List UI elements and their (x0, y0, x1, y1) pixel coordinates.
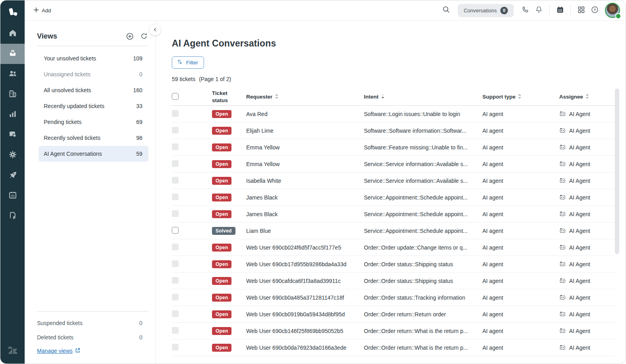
assignee-name: AI Agent (569, 228, 590, 234)
support-type-cell: AI agent (482, 311, 559, 318)
row-checkbox[interactable] (172, 227, 179, 234)
collapse-views-button[interactable] (150, 24, 161, 35)
robot-icon (559, 210, 566, 218)
zendesk-logo (0, 4, 25, 21)
refresh-views-button[interactable] (140, 32, 148, 41)
view-item-count: 69 (136, 119, 142, 125)
support-type-cell: AI agent (482, 128, 559, 134)
sidebar-item-quality-assurance[interactable] (0, 206, 25, 226)
column-header-intent[interactable]: Intent (364, 93, 482, 101)
views-footer-item[interactable]: Deleted tickets 0 (31, 330, 148, 345)
column-header-requester[interactable]: Requester (246, 93, 364, 101)
sidebar-item-guide[interactable] (0, 125, 25, 145)
select-all-checkbox[interactable] (172, 93, 179, 100)
ticket-status-badge: Open (212, 277, 231, 285)
sidebar-item-explore[interactable] (0, 165, 25, 186)
apps-grid-button[interactable] (574, 4, 588, 17)
intent-cell: Software::Feature missing::Unable to fin… (364, 144, 482, 151)
sidebar-item-settings[interactable] (0, 145, 25, 165)
phone-button[interactable] (519, 4, 532, 17)
add-button[interactable]: Add (30, 5, 54, 16)
table-row[interactable]: Open Ava Red Software::Login issues::Una… (172, 106, 615, 122)
assignee-cell: AI Agent (559, 310, 615, 318)
robot-icon (559, 143, 566, 151)
table-row[interactable]: Open Elijah Lime Software::Software info… (172, 122, 615, 139)
ticket-status-badge: Open (212, 210, 231, 218)
sort-icon (585, 93, 589, 101)
sidebar-item-home[interactable] (0, 23, 25, 44)
sidebar-item-reporting[interactable] (0, 105, 25, 125)
table-row[interactable]: Open Web User 690cb146f25f869bb95052b5 O… (172, 323, 615, 339)
views-list-item[interactable]: Your unsolved tickets 109 (39, 50, 148, 66)
views-footer-item[interactable]: Suspended tickets 0 (31, 316, 148, 330)
add-view-button[interactable] (125, 32, 134, 41)
requester-cell: Web User 690cb146f25f869bb95052b5 (246, 328, 364, 334)
ticket-status-badge: Open (212, 110, 231, 118)
support-type-cell: AI agent (482, 211, 559, 217)
table-row[interactable]: Open Web User 690cb17d955b9286bda4a33d O… (172, 256, 615, 273)
table-row[interactable]: Open Web User 690cb024f6d5f7acc5f177e5 O… (172, 239, 615, 256)
user-avatar[interactable] (605, 3, 620, 18)
views-footer-divider (37, 311, 148, 312)
page-title: AI Agent Conversations (172, 38, 626, 49)
column-header-assignee[interactable]: Assignee (559, 93, 615, 101)
table-row[interactable]: Open Emma Yellow Software::Feature missi… (172, 139, 615, 156)
robot-icon (559, 177, 566, 185)
ticket-count-summary: 59 tickets(Page 1 of 2) (172, 76, 626, 82)
view-item-count: 98 (136, 135, 142, 141)
intent-cell: Service::Appointment::Schedule appoint..… (364, 194, 482, 201)
table-row[interactable]: Solved Liam Blue Service::Appointment::S… (172, 223, 615, 239)
table-row[interactable]: Open Web User 690cb0a485a371281147c18f O… (172, 289, 615, 306)
sort-desc-icon (381, 93, 385, 101)
manage-views-link[interactable]: Manage views (37, 348, 80, 354)
calendar-button[interactable] (553, 4, 567, 17)
intent-cell: Software::Software information::Softwar.… (364, 128, 482, 134)
column-header-support-type[interactable]: Support type (482, 93, 559, 101)
row-checkbox (172, 294, 179, 300)
table-row[interactable]: Open Web User 690cb0919b0a59434d8bf95d O… (172, 306, 615, 323)
table-row[interactable]: Open Web User 690cafdca6f1f3a8ad39911c O… (172, 273, 615, 289)
robot-icon (559, 294, 566, 302)
table-row[interactable]: Open Web User 690cb0da76923da0166a3ede O… (172, 339, 615, 356)
table-row[interactable]: Open James Black Service::Appointment::S… (172, 206, 615, 223)
row-checkbox (172, 244, 179, 250)
sidebar-calendar-icon (8, 190, 17, 201)
requester-cell: Elijah Lime (246, 128, 364, 134)
table-row[interactable]: Open Emma Yellow Service::Service inform… (172, 156, 615, 172)
assignee-name: AI Agent (569, 111, 590, 117)
table-body: Open Ava Red Software::Login issues::Una… (172, 106, 615, 356)
filter-button[interactable]: Filter (172, 56, 204, 69)
home-icon (8, 28, 17, 39)
views-panel: Views Your unsolved tickets 109 Unassign… (25, 21, 156, 364)
sidebar-item-tickets[interactable] (0, 44, 25, 64)
row-checkbox (172, 344, 179, 350)
intent-cell: Service::Appointment::Schedule appoint..… (364, 228, 482, 234)
assignee-name: AI Agent (569, 294, 590, 301)
assignee-name: AI Agent (569, 144, 590, 151)
views-list-item[interactable]: Recently solved tickets 98 (39, 130, 148, 146)
view-item-label: Suspended tickets (37, 320, 82, 326)
sidebar-item-customers[interactable] (0, 64, 25, 84)
views-panel-title: Views (37, 32, 57, 41)
search-button[interactable] (439, 4, 453, 17)
table-row[interactable]: Open James Black Service::Appointment::S… (172, 189, 615, 206)
ticket-status-badge: Open (212, 143, 231, 151)
organizations-icon (8, 89, 17, 100)
vertical-scrollbar[interactable] (615, 89, 619, 254)
sidebar-item-calendar[interactable] (0, 186, 25, 206)
views-list-item[interactable]: All unsolved tickets 160 (39, 82, 148, 98)
help-button[interactable]: ? (588, 4, 601, 17)
tickets-table: Ticket status Requester Intent Support t… (172, 88, 615, 356)
views-list-item[interactable]: Recently updated tickets 33 (39, 98, 148, 114)
notifications-button[interactable] (532, 4, 546, 17)
conversations-button[interactable]: Conversations 0 (458, 4, 514, 17)
views-list-item[interactable]: Unassigned tickets 0 (39, 66, 148, 82)
sidebar-item-organizations[interactable] (0, 84, 25, 105)
views-divider (37, 46, 148, 46)
apps-grid-icon (577, 6, 585, 15)
views-list-item[interactable]: Pending tickets 69 (39, 114, 148, 130)
views-list-item[interactable]: AI Agent Conversations 59 (39, 146, 148, 162)
page-info: (Page 1 of 2) (199, 76, 231, 82)
table-row[interactable]: Open Isabella White Service::Service inf… (172, 172, 615, 189)
support-type-cell: AI agent (482, 194, 559, 201)
